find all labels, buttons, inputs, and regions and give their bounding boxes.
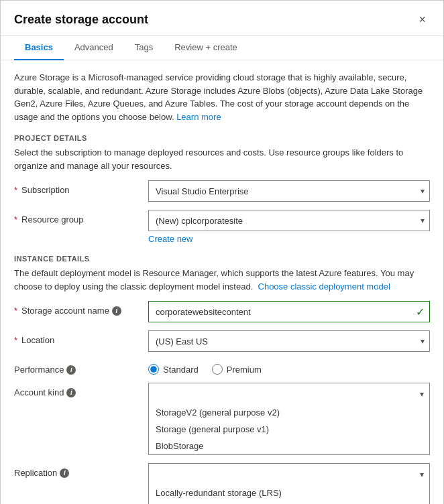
location-row: * Location (US) East US ▾ <box>14 330 430 352</box>
instance-details-description: The default deployment model is Resource… <box>14 267 430 293</box>
tab-bar: Basics Advanced Tags Review + create <box>1 36 443 60</box>
tab-basics[interactable]: Basics <box>14 36 64 60</box>
account-kind-dropdown-list: StorageV2 (general purpose v2) Storage (… <box>148 404 430 455</box>
instance-details-section-label: INSTANCE DETAILS <box>14 255 430 263</box>
account-kind-dropdown-header[interactable]: ▾ <box>148 383 430 404</box>
performance-premium-radio[interactable] <box>212 364 223 375</box>
subscription-label: * Subscription <box>14 180 148 195</box>
performance-premium-label: Premium <box>227 365 262 375</box>
replication-label: Replication i <box>14 463 148 478</box>
subscription-row: * Subscription Visual Studio Enterprise … <box>14 180 430 202</box>
replication-dropdown-header[interactable]: ▾ <box>148 463 430 485</box>
replication-info-icon[interactable]: i <box>60 468 69 478</box>
replication-row: Replication i ▾ Locally-redundant storag… <box>14 463 430 504</box>
storage-account-name-label: * Storage account name i <box>14 301 148 316</box>
location-select-wrapper: (US) East US ▾ <box>148 330 430 352</box>
resource-group-control: (New) cplcorporatesite ▾ Create new <box>148 210 430 244</box>
required-star: * <box>14 185 17 195</box>
create-storage-account-dialog: Create storage account × Basics Advanced… <box>0 0 444 504</box>
subscription-select-wrapper: Visual Studio Enterprise ▾ <box>148 180 430 202</box>
performance-standard-option[interactable]: Standard <box>148 364 199 375</box>
project-details-description: Select the subscription to manage deploy… <box>14 146 430 172</box>
performance-radio-group: Standard Premium <box>148 360 430 375</box>
dialog-header: Create storage account × <box>1 1 443 36</box>
tab-advanced[interactable]: Advanced <box>64 36 124 60</box>
dialog-content: Azure Storage is a Microsoft-managed ser… <box>1 60 443 504</box>
performance-label: Performance i <box>14 360 148 375</box>
performance-standard-radio[interactable] <box>148 364 159 375</box>
tab-review-create[interactable]: Review + create <box>164 36 248 60</box>
replication-dropdown-list: Locally-redundant storage (LRS) Zone-red… <box>148 485 430 504</box>
required-star-loc: * <box>14 335 17 345</box>
required-star-rg: * <box>14 214 17 225</box>
resource-group-select-wrapper: (New) cplcorporatesite ▾ <box>148 210 430 231</box>
storage-account-name-control: ✓ <box>148 301 430 322</box>
choose-classic-link[interactable]: Choose classic deployment model <box>258 281 390 292</box>
intro-description: Azure Storage is a Microsoft-managed ser… <box>14 71 430 123</box>
subscription-select[interactable]: Visual Studio Enterprise <box>148 180 430 202</box>
performance-control: Standard Premium <box>148 360 430 375</box>
replication-option-zrs[interactable]: Zone-redundant storage (ZRS) <box>149 501 429 504</box>
account-kind-control: ▾ StorageV2 (general purpose v2) Storage… <box>148 383 430 455</box>
resource-group-select[interactable]: (New) cplcorporatesite <box>148 210 430 231</box>
project-details-section-label: PROJECT DETAILS <box>14 134 430 142</box>
storage-account-name-row: * Storage account name i ✓ <box>14 301 430 322</box>
storage-account-name-input[interactable] <box>148 301 430 322</box>
account-kind-chevron-icon: ▾ <box>420 389 424 399</box>
valid-check-icon: ✓ <box>416 306 425 318</box>
create-new-link[interactable]: Create new <box>148 234 430 244</box>
account-kind-label: Account kind i <box>14 383 148 397</box>
location-label: * Location <box>14 330 148 345</box>
resource-group-row: * Resource group (New) cplcorporatesite … <box>14 210 430 244</box>
account-kind-row: Account kind i ▾ StorageV2 (general purp… <box>14 383 430 455</box>
replication-control: ▾ Locally-redundant storage (LRS) Zone-r… <box>148 463 430 504</box>
learn-more-link[interactable]: Learn more <box>176 112 221 122</box>
account-kind-info-icon[interactable]: i <box>66 388 76 397</box>
location-select[interactable]: (US) East US <box>148 330 430 352</box>
performance-row: Performance i Standard Premium <box>14 360 430 375</box>
account-kind-option-storage[interactable]: Storage (general purpose v1) <box>149 421 429 438</box>
subscription-control: Visual Studio Enterprise ▾ <box>148 180 430 202</box>
resource-group-label: * Resource group <box>14 210 148 225</box>
storage-name-info-icon[interactable]: i <box>112 306 121 316</box>
tab-tags[interactable]: Tags <box>124 36 164 60</box>
replication-option-lrs[interactable]: Locally-redundant storage (LRS) <box>149 485 429 501</box>
performance-info-icon[interactable]: i <box>66 365 76 375</box>
storage-account-name-input-wrapper: ✓ <box>148 301 430 322</box>
replication-chevron-icon: ▾ <box>420 470 424 479</box>
performance-standard-label: Standard <box>163 365 199 375</box>
location-control: (US) East US ▾ <box>148 330 430 352</box>
dialog-title: Create storage account <box>14 13 148 27</box>
account-kind-option-storagev2[interactable]: StorageV2 (general purpose v2) <box>149 404 429 421</box>
performance-premium-option[interactable]: Premium <box>212 364 262 375</box>
account-kind-option-blobstorage[interactable]: BlobStorage <box>149 438 429 454</box>
required-star-san: * <box>14 306 17 316</box>
close-button[interactable]: × <box>414 11 430 28</box>
